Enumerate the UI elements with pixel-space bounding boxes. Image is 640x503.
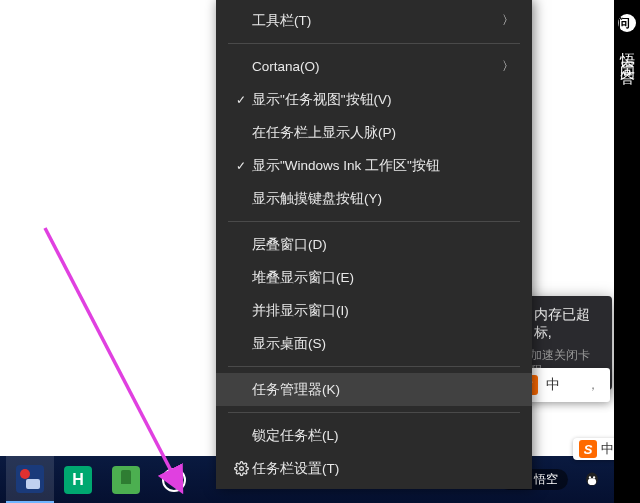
chevron-right-icon: 〉 — [502, 12, 514, 29]
menu-label: 显示触摸键盘按钮(Y) — [252, 190, 514, 208]
menu-label: Cortana(O) — [252, 59, 502, 74]
menu-item-cascade[interactable]: 层叠窗口(D) — [216, 228, 532, 261]
notification-title: 内存已超标, — [534, 306, 600, 342]
menu-item-stack[interactable]: 堆叠显示窗口(E) — [216, 261, 532, 294]
taskbar-cortana-icon[interactable] — [150, 456, 198, 503]
menu-item-lock-taskbar[interactable]: 锁定任务栏(L) — [216, 419, 532, 452]
menu-label: 任务栏设置(T) — [252, 460, 514, 478]
ime-mode: 中 — [546, 376, 560, 394]
tray-ime-badge[interactable]: S 中 — [573, 438, 620, 460]
menu-item-cortana[interactable]: Cortana(O) 〉 — [216, 50, 532, 83]
menu-label: 在任务栏上显示人脉(P) — [252, 124, 514, 142]
gear-icon — [230, 461, 252, 476]
check-icon: ✓ — [230, 93, 252, 107]
menu-label: 任务管理器(K) — [252, 381, 514, 399]
check-icon: ✓ — [230, 159, 252, 173]
ime-trail: ， — [586, 376, 600, 394]
menu-label: 显示桌面(S) — [252, 335, 514, 353]
menu-item-toolbars[interactable]: 工具栏(T) 〉 — [216, 4, 532, 37]
menu-separator — [228, 366, 520, 367]
menu-item-task-manager[interactable]: 任务管理器(K) — [216, 373, 532, 406]
watermark-strip: 问 悟空问答 — [614, 0, 640, 503]
menu-item-people[interactable]: 在任务栏上显示人脉(P) — [216, 116, 532, 149]
menu-label: 工具栏(T) — [252, 12, 502, 30]
menu-item-show-desktop[interactable]: 显示桌面(S) — [216, 327, 532, 360]
wukong-text: 悟空 — [534, 471, 558, 488]
menu-separator — [228, 412, 520, 413]
taskbar-app-h[interactable]: H — [54, 456, 102, 503]
menu-label: 层叠窗口(D) — [252, 236, 514, 254]
chevron-right-icon: 〉 — [502, 58, 514, 75]
menu-label: 并排显示窗口(I) — [252, 302, 514, 320]
menu-label: 堆叠显示窗口(E) — [252, 269, 514, 287]
svg-point-4 — [593, 476, 595, 478]
tray-qq-icon[interactable] — [582, 470, 602, 490]
taskbar-app-store[interactable] — [102, 456, 150, 503]
tray-ime-text: 中 — [601, 440, 614, 458]
taskbar-context-menu: 工具栏(T) 〉 Cortana(O) 〉 ✓ 显示"任务视图"按钮(V) 在任… — [216, 0, 532, 489]
svg-line-6 — [45, 228, 180, 488]
menu-item-touch-keyboard[interactable]: 显示触摸键盘按钮(Y) — [216, 182, 532, 215]
menu-label: 显示"Windows Ink 工作区"按钮 — [252, 157, 514, 175]
menu-item-taskview[interactable]: ✓ 显示"任务视图"按钮(V) — [216, 83, 532, 116]
taskbar-left: H — [0, 456, 198, 503]
svg-point-3 — [589, 476, 591, 478]
menu-label: 显示"任务视图"按钮(V) — [252, 91, 514, 109]
svg-point-0 — [239, 467, 243, 471]
taskbar-app-capture[interactable] — [6, 456, 54, 503]
menu-item-sidebyside[interactable]: 并排显示窗口(I) — [216, 294, 532, 327]
menu-separator — [228, 43, 520, 44]
menu-item-ink[interactable]: ✓ 显示"Windows Ink 工作区"按钮 — [216, 149, 532, 182]
menu-item-taskbar-settings[interactable]: 任务栏设置(T) — [216, 452, 532, 485]
watermark-text: 悟空问答 — [618, 40, 637, 64]
svg-point-2 — [588, 478, 596, 485]
sogou-s-icon: S — [579, 440, 597, 458]
menu-label: 锁定任务栏(L) — [252, 427, 514, 445]
menu-separator — [228, 221, 520, 222]
watermark-logo: 问 — [618, 14, 636, 32]
